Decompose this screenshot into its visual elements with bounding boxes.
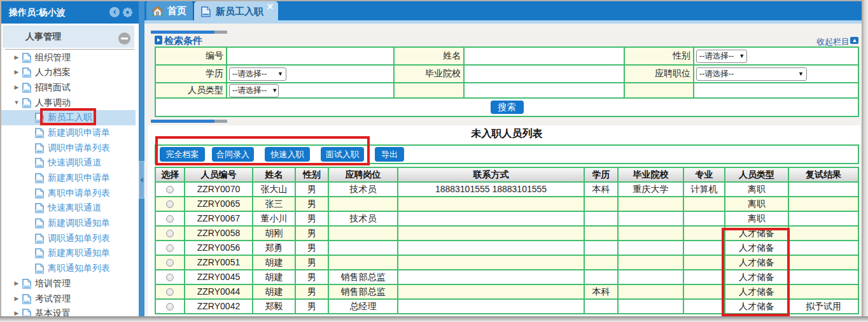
- column-header-专业: 专业: [683, 167, 725, 182]
- input-编号[interactable]: [227, 47, 394, 65]
- cell: [788, 226, 858, 241]
- tree-item-新建调职申请单[interactable]: 新建调职申请单: [1, 125, 136, 141]
- column-header-选择: 选择: [155, 167, 185, 182]
- select-性别[interactable]: --请选择-- ▼: [696, 50, 747, 63]
- tree-item-新建调职通知单[interactable]: 新建调职通知单: [1, 216, 136, 231]
- select-学历[interactable]: --请选择-- ▼: [229, 67, 286, 81]
- tree-item-label: 招聘面试: [35, 80, 71, 95]
- gear-icon[interactable]: [122, 7, 133, 18]
- tree-expander-icon[interactable]: ▶: [13, 306, 20, 316]
- radio-button[interactable]: [166, 303, 174, 311]
- tree-expander-icon[interactable]: ▶: [13, 65, 20, 80]
- page-icon: [22, 67, 31, 78]
- tree-item-离职申请单列表[interactable]: 离职申请单列表: [1, 186, 136, 201]
- collapse-up-icon[interactable]: [850, 37, 858, 44]
- page-icon: [35, 218, 44, 228]
- tree-item-人力档案[interactable]: ▶ 人力档案: [1, 65, 136, 80]
- sidebar: 操作员:杨小波 人事管理 ▶: [1, 1, 139, 316]
- tree-item-招聘面试[interactable]: ▶ 招聘面试: [1, 80, 136, 95]
- tab-bar: 首页 新员工入职 ✕: [144, 1, 862, 20]
- cell: [683, 241, 725, 255]
- cell: 男: [295, 255, 328, 270]
- radio-button[interactable]: [166, 274, 174, 281]
- page-icon: [35, 263, 44, 274]
- select-arrow-icon: ▼: [277, 71, 283, 77]
- operator-label: 操作员:杨小波: [9, 7, 66, 18]
- cell: [328, 197, 398, 211]
- input-毕业院校[interactable]: [464, 65, 624, 83]
- tree-item-组织管理[interactable]: ▶ 组织管理: [1, 50, 136, 66]
- tree-expander-icon[interactable]: ▶: [13, 80, 20, 95]
- radio-button[interactable]: [166, 215, 174, 223]
- cell: 郑毅: [253, 299, 295, 314]
- cell: ZZRY0044: [185, 284, 253, 299]
- tree-item-调职申请单列表[interactable]: 调职申请单列表: [1, 141, 136, 156]
- cell: 张三: [253, 197, 295, 211]
- table-row-ZZRY0067[interactable]: ZZRY0067董小川男技术员离职: [155, 211, 858, 226]
- tree-item-考试管理[interactable]: ▶ 考试管理: [1, 291, 136, 307]
- tree-item-label: 新建调职通知单: [48, 216, 110, 231]
- tree-item-快速调职通道[interactable]: 快速调职通道: [1, 155, 136, 171]
- back-circle-icon[interactable]: [109, 7, 120, 17]
- cell: 本科: [584, 284, 618, 299]
- tab-new-employee[interactable]: 新员工入职 ✕: [194, 1, 278, 22]
- page-icon: [35, 234, 44, 244]
- tab-close-icon[interactable]: ✕: [267, 3, 274, 11]
- tree-item-label: 人力档案: [35, 65, 71, 80]
- column-header-人员类型: 人员类型: [725, 167, 788, 182]
- select-value: --请选择--: [232, 69, 267, 80]
- radio-button[interactable]: [166, 288, 174, 296]
- cell: ZZRY0067: [185, 211, 253, 226]
- cell: 重庆大学: [618, 182, 683, 197]
- tree-item-新建离职通知单[interactable]: 新建离职通知单: [1, 246, 136, 261]
- row-select-cell: [155, 226, 185, 241]
- radio-button[interactable]: [166, 244, 174, 252]
- select-人员类型[interactable]: --请选择-- ▼: [229, 84, 279, 97]
- cell: [328, 255, 398, 270]
- form-label: 性别: [624, 47, 694, 65]
- splitter-handle[interactable]: [139, 161, 144, 199]
- tree-item-基本设置[interactable]: ▶ 基本设置: [1, 306, 136, 316]
- tree-expander-icon[interactable]: ▶: [13, 50, 20, 66]
- cell: [618, 270, 683, 284]
- cell: 技术员: [328, 182, 398, 197]
- tree-item-离职通知单列表[interactable]: 离职通知单列表: [1, 261, 136, 276]
- cell: 男: [295, 241, 328, 255]
- tree-item-培训管理[interactable]: ▶ 培训管理: [1, 276, 136, 291]
- radio-button[interactable]: [166, 186, 174, 193]
- tree-expander-icon[interactable]: ▼: [13, 95, 20, 111]
- cell: 计算机: [683, 182, 725, 197]
- tree-item-调职通知单列表[interactable]: 调职通知单列表: [1, 231, 136, 246]
- content-area: 检索条件 收起栏目 编号姓名性别 --请选择-- ▼ 学历 --请选择-- ▼ …: [144, 24, 862, 316]
- cell: [788, 255, 858, 270]
- cell: [683, 255, 725, 270]
- search-button[interactable]: 搜索: [491, 101, 524, 114]
- tree-expander-icon[interactable]: ▶: [13, 276, 20, 291]
- row-select-cell: [155, 241, 185, 255]
- tree-expander-icon[interactable]: ▶: [13, 291, 20, 307]
- table-row-ZZRY0065[interactable]: ZZRY0065张三男离职: [155, 197, 858, 211]
- input-姓名[interactable]: [464, 47, 624, 65]
- splitter[interactable]: [139, 0, 144, 322]
- action-button-导出[interactable]: 导出: [375, 147, 404, 162]
- select-应聘职位[interactable]: --请选择-- ▼: [696, 67, 807, 81]
- radio-button[interactable]: [166, 200, 174, 208]
- tab-new-employee-label: 新员工入职: [216, 6, 263, 18]
- cell: [618, 211, 683, 226]
- tree-item-快速离职通道[interactable]: 快速离职通道: [1, 200, 136, 216]
- table-row-ZZRY0070[interactable]: ZZRY0070张大山男技术员18883101555 18883101555本科…: [155, 182, 858, 197]
- tab-home[interactable]: 首页: [146, 1, 193, 20]
- annotation-talent-pool-column: [722, 228, 790, 316]
- row-select-cell: [155, 299, 185, 314]
- column-header-人员编号: 人员编号: [185, 167, 253, 182]
- tree-item-label: 组织管理: [35, 50, 71, 66]
- cell: 张大山: [253, 182, 295, 197]
- radio-button[interactable]: [166, 230, 174, 237]
- row-select-cell: [155, 284, 185, 299]
- cell: 董小川: [253, 211, 295, 226]
- cell: [618, 255, 683, 270]
- cell: [584, 270, 618, 284]
- collapse-minus-icon[interactable]: [118, 32, 130, 45]
- radio-button[interactable]: [166, 259, 174, 267]
- tree-item-新建离职申请单[interactable]: 新建离职申请单: [1, 171, 136, 186]
